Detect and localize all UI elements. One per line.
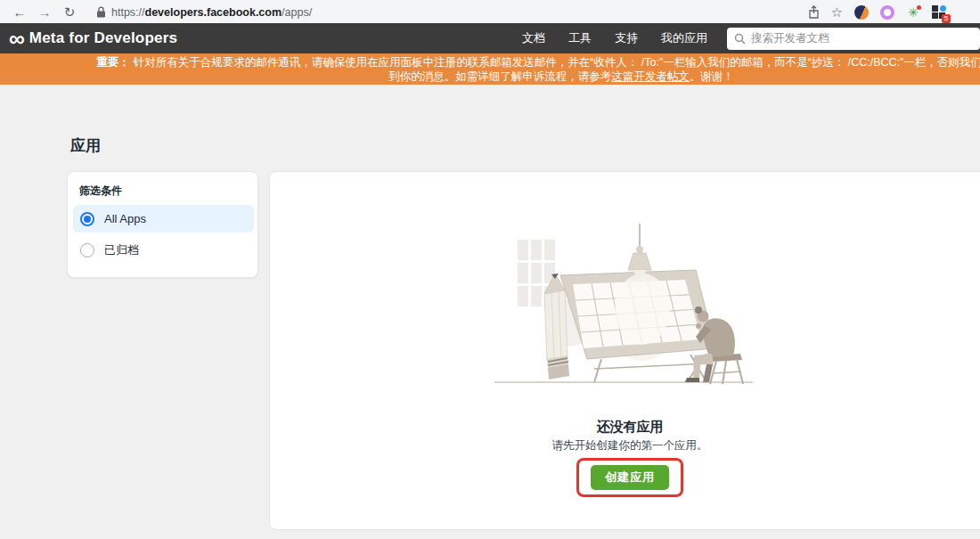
extension-badge: 5 [942, 14, 951, 23]
filter-panel: 筛选条件 All Apps 已归档 [67, 171, 258, 278]
browser-toolbar: ← → ↻ https://developers.facebook.com/ap… [0, 0, 980, 24]
apps-panel: 还没有应用 请先开始创建你的第一个应用。 创建应用 [269, 171, 980, 530]
reload-icon[interactable]: ↻ [59, 0, 80, 24]
search-input[interactable] [751, 32, 973, 45]
filter-option-archived[interactable]: 已归档 [73, 236, 254, 264]
developer-post-link[interactable]: 这篇开发者帖文 [611, 70, 690, 83]
header-nav: 文档 工具 支持 我的应用 [510, 30, 719, 46]
grid-square [932, 5, 938, 12]
share-icon[interactable] [808, 5, 820, 19]
empty-state-subtitle: 请先开始创建你的第一个应用。 [270, 438, 980, 453]
grid-square [932, 12, 938, 19]
banner-line-2: 到你的消息。如需详细了解申诉流程，请参考这篇开发者帖文。谢谢！ [0, 69, 980, 84]
empty-state-title: 还没有应用 [270, 419, 980, 436]
meta-developers-logo[interactable]: ∞ Meta for Developers [9, 25, 177, 52]
annotation-red-box: 创建应用 [576, 458, 683, 497]
meta-infinity-icon: ∞ [9, 25, 25, 52]
radio-selected-icon[interactable] [80, 212, 94, 226]
banner-line-1: 重要：针对所有关于合规要求的邮件通讯，请确保使用在应用面板中注册的联系邮箱发送邮… [0, 55, 980, 69]
filter-option-label: All Apps [104, 212, 146, 225]
extension-flower-icon[interactable]: ✳ [906, 5, 920, 20]
address-bar[interactable]: https://developers.facebook.com/apps/ [96, 6, 804, 19]
nav-tools[interactable]: 工具 [557, 30, 603, 46]
page-content: 应用 筛选条件 All Apps 已归档 [0, 85, 980, 539]
filter-heading: 筛选条件 [79, 184, 122, 199]
radio-unselected-icon[interactable] [80, 243, 94, 257]
create-app-button[interactable]: 创建应用 [591, 465, 669, 490]
site-header: ∞ Meta for Developers 文档 工具 支持 我的应用 [0, 23, 980, 53]
compliance-warning-banner: 重要：针对所有关于合规要求的邮件通讯，请确保使用在应用面板中注册的联系邮箱发送邮… [0, 53, 980, 85]
forward-icon[interactable]: → [34, 0, 55, 24]
bookmark-star-icon[interactable]: ☆ [831, 4, 843, 20]
grid-dot [940, 5, 946, 12]
page-title: 应用 [70, 135, 101, 156]
url-text: https://developers.facebook.com/apps/ [111, 6, 312, 19]
lock-icon [96, 6, 106, 18]
back-icon[interactable]: ← [9, 0, 30, 24]
search-icon [734, 33, 746, 45]
empty-state-illustration [482, 224, 776, 393]
nav-docs[interactable]: 文档 [510, 30, 557, 46]
nav-support[interactable]: 支持 [603, 30, 649, 46]
cta-container: 创建应用 [270, 458, 980, 497]
extension-comet-icon[interactable] [854, 5, 869, 20]
banner-important-label: 重要： [96, 56, 130, 69]
extension-ring-icon[interactable] [880, 5, 894, 20]
filter-option-label: 已归档 [104, 242, 139, 258]
browser-actions: ☆ ✳ 5 [808, 4, 946, 20]
brand-name: Meta for Developers [29, 29, 177, 47]
nav-my-apps[interactable]: 我的应用 [649, 30, 719, 46]
filter-option-all-apps[interactable]: All Apps [73, 205, 254, 233]
extensions-menu-icon[interactable]: 5 [932, 5, 946, 20]
doc-search-box[interactable] [727, 28, 980, 50]
